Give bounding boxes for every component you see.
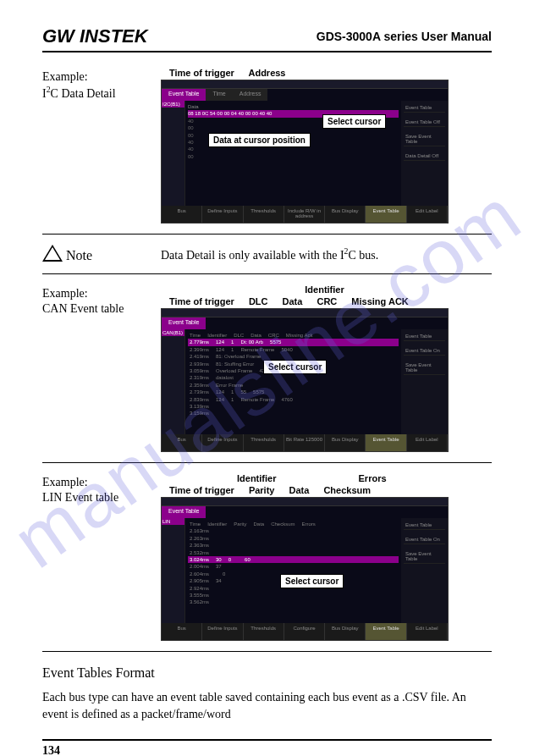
- scr-bottom-bar: Bus Define Inputs Thresholds Configure B…: [162, 623, 448, 640]
- table-row[interactable]: 3.562ms: [188, 599, 399, 605]
- section-heading: Event Tables Format: [42, 665, 492, 681]
- side-menu-item[interactable]: Save Event Table: [404, 361, 445, 375]
- callout-select-cursor: Select cursor: [263, 360, 327, 374]
- table-row[interactable]: 2.004ms37: [188, 563, 399, 570]
- table-header: TimeIdentifierDLCDataCRCMissing Ack: [188, 332, 399, 339]
- manual-page: GW INSTEK GDS-3000A series User Manual E…: [0, 0, 534, 756]
- annot-errors: Errors: [359, 473, 387, 483]
- annot-crc: CRC: [317, 296, 337, 306]
- annot-address: Address: [248, 68, 285, 78]
- tab-time[interactable]: Time: [206, 89, 232, 101]
- bottom-btn[interactable]: Bit Rate 125000: [284, 434, 325, 451]
- scr-left-panel: CAN(B1): [162, 329, 185, 434]
- oscilloscope-screenshot: Event Table LIN TimeIdentifierParityData…: [161, 497, 449, 641]
- note-icon-area: Note: [42, 245, 161, 263]
- divider: [42, 462, 492, 463]
- table-row[interactable]: 2.163ms: [188, 527, 399, 534]
- document-title: GDS-3000A series User Manual: [317, 30, 492, 43]
- bottom-btn[interactable]: Edit Label: [407, 434, 448, 451]
- data-heading: Data: [188, 103, 399, 110]
- annotation-row: Time of trigger DLC Data CRC Missing ACK: [161, 296, 492, 306]
- bottom-btn[interactable]: Event Table: [366, 623, 406, 640]
- example-content: Identifier Time of trigger DLC Data CRC …: [161, 284, 492, 452]
- bottom-btn[interactable]: Bus Display: [325, 434, 366, 451]
- bottom-btn[interactable]: Define Inputs: [202, 206, 243, 223]
- bottom-btn[interactable]: Bus: [162, 434, 202, 451]
- bottom-btn[interactable]: Bus Display: [325, 623, 366, 640]
- table-row[interactable]: 2.363ms: [188, 542, 399, 549]
- scr-bottom-bar: Bus Define Inputs Thresholds Include R/W…: [162, 206, 448, 223]
- annotation-row: Time of trigger Address: [161, 68, 492, 78]
- callout-select-cursor: Select cursor: [322, 114, 386, 129]
- table-row[interactable]: 2.739ms1241555575: [188, 389, 399, 395]
- table-header: TimeIdentifierParityDataChecksumErrors: [188, 521, 399, 527]
- example-label: Example: CAN Event table: [42, 284, 161, 452]
- scr-main-panel: TimeIdentifierDLCDataCRCMissing Ack 2.77…: [185, 329, 401, 434]
- bottom-btn[interactable]: Bus: [162, 206, 202, 223]
- example-name: I2C Data Detail: [42, 85, 161, 102]
- annot-parity: Parity: [249, 485, 275, 495]
- annot-identifier: Identifier: [237, 473, 276, 483]
- table-row[interactable]: 2.779ms1241Dt: 00 Arb5575: [188, 339, 399, 345]
- annot-trigger: Time of trigger: [169, 485, 234, 495]
- bottom-btn[interactable]: Event Table: [366, 206, 406, 223]
- table-row[interactable]: 2.399ms1241Remote Frame5040: [188, 346, 399, 353]
- side-menu-item[interactable]: Event Table: [404, 521, 445, 530]
- bottom-btn[interactable]: Edit Label: [407, 623, 448, 640]
- bus-tag: LIN: [162, 518, 184, 525]
- example-name: CAN Event table: [42, 301, 161, 317]
- divider: [42, 651, 492, 652]
- warning-icon: [42, 245, 63, 262]
- scr-right-panel: Event Table Event Table Off Save Event T…: [401, 101, 448, 206]
- bottom-btn[interactable]: Bus Display: [325, 206, 366, 223]
- table-row[interactable]: 3.159ms: [188, 410, 399, 417]
- annot-trigger: Time of trigger: [169, 68, 234, 78]
- bottom-btn[interactable]: Bus: [162, 623, 202, 640]
- bottom-btn[interactable]: Thresholds: [244, 206, 284, 223]
- table-row[interactable]: 2.359msError Frame: [188, 382, 399, 389]
- annot-checksum: Checksum: [323, 485, 371, 495]
- bottom-btn[interactable]: Thresholds: [244, 623, 284, 640]
- side-menu-item[interactable]: Event Table: [404, 332, 445, 341]
- annot-missing: Missing ACK: [351, 296, 408, 306]
- side-menu-item[interactable]: Data Detail Off: [404, 152, 445, 161]
- table-row[interactable]: 3.139ms: [188, 403, 399, 410]
- body-paragraph: Each bus type can have an event table sa…: [42, 689, 492, 722]
- table-row[interactable]: 3.024ms30060: [188, 556, 399, 563]
- tab-event-table[interactable]: Event Table: [162, 317, 206, 329]
- bottom-btn[interactable]: Configure: [284, 623, 325, 640]
- bus-tag: CAN(B1): [162, 329, 184, 336]
- divider: [42, 234, 492, 235]
- side-menu-item[interactable]: Save Event Table: [404, 549, 445, 564]
- side-menu-item[interactable]: Event Table: [404, 103, 445, 113]
- table-row[interactable]: 3.555ms: [188, 592, 399, 599]
- bottom-btn[interactable]: Event Table: [366, 434, 406, 451]
- tab-address[interactable]: Address: [233, 89, 268, 101]
- annot-data: Data: [283, 296, 303, 306]
- table-row[interactable]: 2.319msdatalost: [188, 374, 399, 381]
- annot-dlc: DLC: [249, 296, 268, 306]
- brand-logo: GW INSTEK: [42, 25, 148, 47]
- tab-event-table[interactable]: Event Table: [162, 89, 206, 101]
- note-text: Data Detail is only available with the I…: [161, 246, 492, 262]
- bottom-btn[interactable]: Thresholds: [244, 434, 284, 451]
- bottom-btn[interactable]: Define Inputs: [202, 434, 243, 451]
- bottom-btn[interactable]: Edit Label: [407, 206, 448, 223]
- table-row[interactable]: 2.263ms: [188, 535, 399, 542]
- side-menu-item[interactable]: Event Table Off: [404, 118, 445, 127]
- scr-left-panel: I2C(B1): [162, 101, 185, 206]
- bottom-btn[interactable]: Include R/W in address: [284, 206, 325, 223]
- scr-left-panel: LIN: [162, 518, 185, 623]
- table-row[interactable]: 2.839ms1241Remote Frame4760: [188, 396, 399, 403]
- example-i2c-section: Example: I2C Data Detail Time of trigger…: [42, 68, 492, 223]
- side-menu-item[interactable]: Event Table On: [404, 346, 445, 356]
- annotation-row: Time of trigger Parity Data Checksum: [161, 485, 492, 495]
- tab-event-table[interactable]: Event Table: [162, 506, 206, 518]
- table-row[interactable]: 2.532ms: [188, 549, 399, 556]
- side-menu-item[interactable]: Event Table On: [404, 535, 445, 544]
- example-can-section: Example: CAN Event table Identifier Time…: [42, 284, 492, 452]
- oscilloscope-screenshot: Event Table CAN(B1) TimeIdentifierDLCDat…: [161, 308, 449, 452]
- side-menu-item[interactable]: Save Event Table: [404, 132, 445, 146]
- example-lin-section: Example: LIN Event table Identifier Erro…: [42, 473, 492, 641]
- bottom-btn[interactable]: Define Inputs: [202, 623, 243, 640]
